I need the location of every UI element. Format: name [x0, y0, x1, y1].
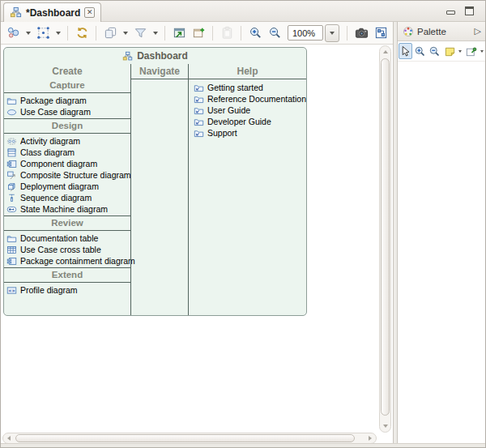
zoom-dropdown-button[interactable]	[325, 24, 339, 42]
minimize-button[interactable]	[446, 8, 455, 15]
dashboard-link-label: Developer Guide	[207, 117, 271, 126]
dashboard-link-label: Activity diagram	[20, 136, 80, 146]
section-header-extend: Extend	[4, 268, 130, 282]
caret-down-icon	[330, 32, 335, 35]
dashboard-link-label: Getting started	[207, 83, 263, 92]
toolbar-separator	[96, 26, 96, 41]
filters-button[interactable]	[131, 23, 149, 43]
dashboard-link-label: Class diagram	[20, 147, 75, 157]
section-items: Package diagramUse Case diagram	[4, 93, 130, 118]
dashboard-link-state-machine-diagram[interactable]: State Machine diagram	[4, 203, 130, 215]
diagram-overview-button[interactable]	[372, 23, 390, 43]
arrange-elements-button[interactable]	[4, 23, 22, 43]
palette-expand-icon[interactable]: ▷	[475, 26, 481, 36]
dashboard-link-activity-diagram[interactable]: Activity diagram	[4, 135, 130, 147]
create-column-header: Create	[4, 64, 130, 79]
help-items: Getting startedReference DocumentationUs…	[189, 79, 306, 139]
dashboard-link-composite-structure-diagram[interactable]: Composite Structure diagram	[4, 169, 130, 181]
align-icon	[36, 26, 50, 40]
dashboard-link-user-guide[interactable]: User Guide	[189, 105, 306, 116]
scroll-right-button[interactable]	[365, 434, 375, 442]
editor-tabbar: *Dashboard ✕	[1, 1, 485, 22]
paste-button[interactable]	[218, 23, 236, 43]
filters-dropdown-button[interactable]	[151, 23, 160, 43]
align-elements-button[interactable]	[34, 23, 52, 43]
addview-icon	[192, 26, 206, 40]
zoom-level-combo	[288, 24, 339, 42]
dashboard-panel: Dashboard Create CapturePackage diagramU…	[3, 47, 307, 316]
sync-with-model-button[interactable]	[73, 23, 91, 43]
dashboard-link-reference-documentation[interactable]: Reference Documentation	[189, 93, 306, 105]
note-tool[interactable]	[443, 43, 457, 59]
composite-icon	[6, 170, 17, 181]
dashboard-link-package-diagram[interactable]: Package diagram	[4, 95, 130, 106]
editor-horizontal-scrollbar[interactable]	[2, 433, 377, 444]
arrow-right-icon	[369, 436, 372, 441]
dashboard-link-label: Use Case diagram	[20, 107, 91, 117]
diagram-canvas[interactable]: Dashboard Create CapturePackage diagramU…	[1, 45, 393, 445]
shortcut-folder-icon	[194, 105, 204, 116]
capture-view-button[interactable]	[170, 23, 188, 43]
new-view-button[interactable]	[190, 23, 207, 43]
zoom-out-button[interactable]	[266, 23, 284, 43]
component-icon	[6, 159, 17, 169]
dashboard-link-deployment-diagram[interactable]: Deployment diagram	[4, 181, 130, 192]
dashboard-link-component-diagram[interactable]: Component diagram	[4, 158, 130, 169]
filter-icon	[134, 26, 147, 40]
zoomout-icon	[428, 45, 441, 58]
palette-zoom-out-tool[interactable]	[428, 43, 441, 59]
zoomin-icon	[249, 26, 262, 40]
grid-icon	[374, 26, 388, 40]
help-column: Help Getting startedReference Documentat…	[188, 64, 306, 315]
arrow-down-icon	[383, 425, 388, 428]
component-icon	[6, 256, 17, 267]
dashboard-link-documentation-table[interactable]: Documentation table	[4, 233, 130, 244]
link-dropdown-button[interactable]	[479, 43, 485, 59]
vertical-scroll-thumb[interactable]	[381, 58, 390, 416]
dashboard-link-use-case-cross-table[interactable]: Use Case cross table	[4, 244, 130, 255]
dashboard-link-class-diagram[interactable]: Class diagram	[4, 147, 130, 158]
tab-title: *Dashboard	[26, 7, 80, 19]
note-dropdown-button[interactable]	[458, 43, 464, 59]
zoomout-icon	[268, 26, 282, 40]
dashboard-link-getting-started[interactable]: Getting started	[189, 82, 306, 93]
copy-appearance-dropdown-button[interactable]	[121, 23, 130, 43]
maximize-button[interactable]	[465, 6, 474, 15]
scroll-down-button[interactable]	[381, 421, 390, 431]
dashboard-columns: Create CapturePackage diagramUse Case di…	[4, 64, 306, 315]
dashboard-link-label: Support	[207, 128, 237, 138]
copy-appearance-button[interactable]	[101, 23, 119, 43]
zoom-level-input[interactable]	[288, 25, 323, 41]
dashboard-panel-title: Dashboard	[4, 48, 306, 64]
palette-zoom-in-tool[interactable]	[413, 43, 427, 59]
dashboard-link-support[interactable]: Support	[189, 127, 306, 139]
link-tool[interactable]	[464, 43, 478, 59]
shortcut-folder-icon	[194, 94, 204, 105]
dashboard-link-sequence-diagram[interactable]: Sequence diagram	[4, 192, 130, 203]
dashboard-link-label: Reference Documentation	[207, 94, 306, 104]
dashboard-link-profile-diagram[interactable]: «»Profile diagram	[4, 284, 130, 296]
arrange-elements-dropdown-button[interactable]	[23, 23, 32, 43]
dashboard-title-text: Dashboard	[137, 50, 188, 62]
tab-dashboard[interactable]: *Dashboard ✕	[3, 2, 101, 22]
dashboard-link-label: Profile diagram	[20, 285, 78, 295]
scroll-left-button[interactable]	[4, 434, 14, 442]
tab-close-icon[interactable]: ✕	[84, 7, 95, 18]
align-elements-dropdown-button[interactable]	[53, 23, 62, 43]
select-icon	[399, 45, 411, 58]
section-items: «»Profile diagram	[4, 283, 130, 297]
dashboard-link-package-containment-diagram[interactable]: Package containment diagram	[4, 255, 130, 267]
select-tool[interactable]	[399, 43, 412, 59]
screenshot-button[interactable]	[352, 23, 370, 43]
status-bar	[1, 443, 485, 447]
sequence-icon	[6, 193, 17, 203]
palette-header[interactable]: Palette ▷	[398, 22, 486, 41]
deployment-icon	[6, 181, 17, 192]
dashboard-link-developer-guide[interactable]: Developer Guide	[189, 116, 306, 127]
zoom-in-button[interactable]	[246, 23, 264, 43]
scroll-up-button[interactable]	[381, 47, 390, 57]
editor-vertical-scrollbar[interactable]	[379, 45, 391, 433]
dashboard-link-use-case-diagram[interactable]: Use Case diagram	[4, 106, 130, 117]
section-items: Activity diagramClass diagramComponent d…	[4, 134, 130, 215]
horizontal-scroll-thumb[interactable]	[15, 434, 355, 442]
